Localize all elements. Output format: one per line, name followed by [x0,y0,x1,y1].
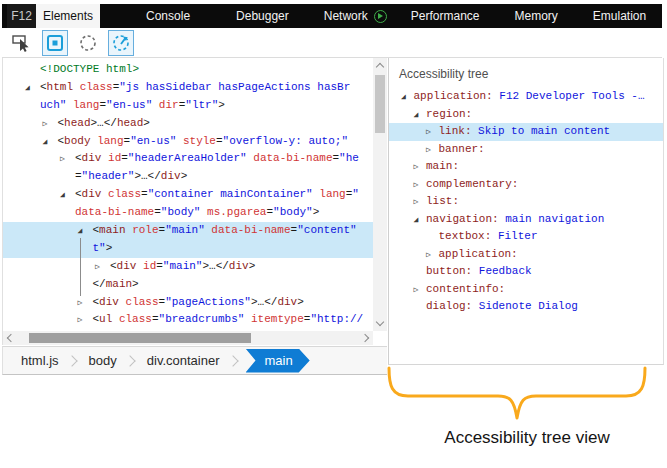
tree-expander-icon[interactable]: ◢ [60,186,65,204]
tree-expander-icon[interactable]: ▷ [78,294,83,312]
dom-row-code: data-bi-name="body" ms.pgarea="body"> [3,204,319,222]
dom-tree-row[interactable]: <!DOCTYPE html> [3,61,373,79]
a11y-row-text: main: [389,158,459,176]
dom-tree-row[interactable]: uch" lang="en-us" dir="ltr"> [3,97,373,115]
annotation-label: Accessibility tree view [396,428,658,448]
dom-tree-row[interactable]: ▷<head>…</head> [3,115,373,133]
tree-expander-icon[interactable]: ◢ [43,133,48,151]
select-element-button[interactable] [9,30,35,56]
tab-debugger[interactable]: Debugger [236,4,289,28]
highlight-elements-button[interactable] [42,30,68,56]
dom-tree-row[interactable]: ◢<body lang="en-us" style="overflow-y: a… [3,133,373,151]
tree-expander-icon[interactable]: ▷ [78,311,83,329]
tree-expander-icon[interactable]: ▷ [43,115,48,133]
tab-label: Network [324,9,368,23]
tree-expander-icon[interactable]: ◢ [414,211,419,229]
dom-row-code: <ul class="breadcrumbs" itemtype="http:/… [3,311,363,329]
dom-tree-row[interactable]: ▷<div id="main">…</div> [3,258,373,276]
a11y-tree-row[interactable]: ▷contentinfo: [389,281,663,299]
tab-label: Memory [515,9,558,23]
accessibility-tree-pane: Accessibility tree ◢application: F12 Dev… [388,58,664,365]
a11y-tree-row[interactable]: button: Feedback [389,263,663,281]
tab-memory[interactable]: Memory [515,4,558,28]
tab-label: Performance [411,9,480,23]
tree-expander-icon[interactable]: ▷ [95,258,100,276]
dom-horizontal-scrollbar[interactable] [3,331,373,345]
a11y-row-text: contentinfo: [389,281,505,299]
scroll-down-icon[interactable] [376,318,384,326]
tab-network[interactable]: Network [324,4,387,28]
dom-tree-row[interactable]: ◢<html class="js hasSidebar hasPageActio… [3,79,373,97]
a11y-tree-row[interactable]: ▷main: [389,158,663,176]
network-play-icon [374,10,387,23]
a11y-tree-row[interactable]: dialog: Sidenote Dialog [389,298,663,316]
scroll-up-icon[interactable] [376,63,384,71]
tree-expander-icon[interactable]: ▷ [414,193,419,211]
a11y-row-text: dialog: Sidenote Dialog [389,298,578,316]
dom-row-code: <html class="js hasSidebar hasPageAction… [3,79,350,97]
a11y-row-text: complementary: [389,176,518,194]
dom-row-code: uch" lang="en-us" dir="ltr"> [3,97,225,115]
tree-expander-icon[interactable]: ▷ [426,123,431,141]
dashed-circle-button[interactable] [75,30,101,56]
dom-row-code: <main role="main" data-bi-name="content" [3,222,357,240]
tab-performance[interactable]: Performance [411,4,480,28]
tree-expander-icon[interactable]: ▷ [60,150,65,168]
a11y-tree-row[interactable]: ◢application: F12 Developer Tools -… [389,88,663,106]
breadcrumb-item-html-js[interactable]: html.js [15,353,65,368]
a11y-tree-row[interactable]: ◢navigation: main navigation [389,211,663,229]
breadcrumb: html.jsbodydiv.containermain [2,346,387,375]
scroll-right-icon[interactable] [361,334,369,342]
tree-expander-icon[interactable]: ▷ [414,158,419,176]
vertical-scroll-thumb[interactable] [375,75,385,133]
f12-logo: F12 [7,4,36,28]
breadcrumb-item-div-container[interactable]: div.container [141,353,226,368]
devtools-tab-bar: F12 ElementsConsoleDebuggerNetworkPerfor… [2,4,662,28]
dom-row-code: <head>…</head> [3,115,150,133]
a11y-tree-row[interactable]: ▷list: [389,193,663,211]
dom-tree-row[interactable]: t"> [3,240,373,258]
tree-expander-icon[interactable]: ▷ [414,281,419,299]
tab-emulation[interactable]: Emulation [593,4,646,28]
tree-expander-icon[interactable]: ▷ [414,176,419,194]
tab-console[interactable]: Console [146,4,190,28]
accessibility-tree-title: Accessibility tree [389,58,663,88]
dom-vertical-scrollbar[interactable] [373,58,387,331]
dom-row-code: <div id="main">…</div> [3,258,255,276]
tree-expander-icon[interactable]: ◢ [414,106,419,124]
dom-row-code: <div class="container mainContainer" lan… [3,186,359,204]
tab-label: Console [146,9,190,23]
annotation-brace-icon [386,366,648,424]
a11y-tree-row[interactable]: ▷link: Skip to main content [389,123,663,141]
dashed-circle-icon [78,33,98,53]
dom-tree-pane: <!DOCTYPE html>◢<html class="js hasSideb… [2,58,387,345]
dom-row-code: <!DOCTYPE html> [3,61,139,79]
tree-expander-icon[interactable]: ▷ [426,246,431,264]
tree-expander-icon[interactable]: ▷ [426,141,431,159]
dom-tree-row[interactable]: ◢<div class="container mainContainer" la… [3,186,373,204]
a11y-tree-row[interactable]: textbox: Filter [389,228,663,246]
horizontal-scroll-thumb[interactable] [29,333,251,343]
a11y-tree-row[interactable]: ▷banner: [389,141,663,159]
dom-tree-row[interactable]: ▷<div class="pageActions">…</div> [3,294,373,312]
chevron-right-icon [227,355,238,366]
a11y-tree-row[interactable]: ◢region: [389,106,663,124]
tree-expander-icon[interactable]: ◢ [401,88,406,106]
breadcrumb-item-body[interactable]: body [83,353,123,368]
breadcrumb-item-active[interactable]: main [246,349,310,373]
dom-tree-row[interactable]: ▷<div id="headerAreaHolder" data-bi-name… [3,150,373,168]
tab-elements[interactable]: Elements [36,4,100,28]
dom-tree-row[interactable]: ◢<main role="main" data-bi-name="content… [3,222,373,240]
dom-tree-row[interactable]: </main> [3,276,373,294]
a11y-tree-row[interactable]: ▷complementary: [389,176,663,194]
dom-tree-row[interactable]: ▷<ul class="breadcrumbs" itemtype="http:… [3,311,373,329]
dom-row-code: <body lang="en-us" style="overflow-y: au… [3,133,348,151]
dom-row-code: ="header">…</div> [3,168,187,186]
refresh-dom-button[interactable] [108,30,134,56]
dom-tree-row[interactable]: data-bi-name="body" ms.pgarea="body"> [3,204,373,222]
dom-tree-row[interactable]: ="header">…</div> [3,168,373,186]
scroll-left-icon[interactable] [7,334,15,342]
a11y-row-text: button: Feedback [389,263,532,281]
tree-expander-icon[interactable]: ◢ [25,79,30,97]
a11y-tree-row[interactable]: ▷application: [389,246,663,264]
